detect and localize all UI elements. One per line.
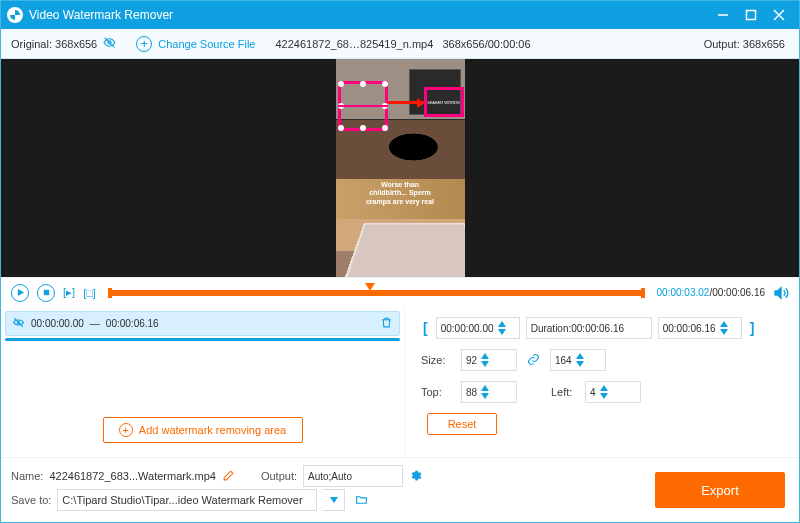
timeline-slider[interactable] bbox=[108, 290, 645, 296]
spinner-down-icon[interactable] bbox=[479, 392, 491, 400]
left-label: Left: bbox=[551, 386, 579, 398]
svg-marker-20 bbox=[481, 393, 489, 399]
close-button[interactable] bbox=[765, 1, 793, 29]
segment-end: 00:00:06.16 bbox=[106, 318, 159, 329]
spinner-up-icon[interactable] bbox=[598, 384, 610, 392]
svg-line-10 bbox=[14, 318, 23, 327]
open-folder-icon[interactable] bbox=[355, 493, 368, 508]
bracket-out-icon[interactable]: ] bbox=[748, 320, 757, 336]
video-preview[interactable]: LEAKED WORDS Worse than childbirth... Sp… bbox=[1, 59, 799, 277]
svg-marker-15 bbox=[481, 353, 489, 359]
svg-marker-17 bbox=[576, 353, 584, 359]
svg-marker-6 bbox=[17, 289, 23, 296]
saveto-path-field[interactable]: C:\Tipard Studio\Tipar...ideo Watermark … bbox=[57, 489, 317, 511]
export-button[interactable]: Export bbox=[655, 472, 785, 508]
svg-marker-14 bbox=[720, 329, 728, 335]
range-out-field[interactable]: 00:00:06.16 bbox=[658, 317, 742, 339]
spinner-up-icon[interactable] bbox=[718, 320, 730, 328]
app-title: Video Watermark Remover bbox=[29, 8, 173, 22]
svg-marker-8 bbox=[775, 287, 781, 298]
top-field[interactable]: 88 bbox=[461, 381, 517, 403]
app-logo-icon bbox=[7, 7, 23, 23]
preview-toggle-icon[interactable] bbox=[103, 36, 116, 51]
spinner-up-icon[interactable] bbox=[496, 320, 508, 328]
watermark-region-icon bbox=[12, 316, 25, 331]
change-source-button[interactable]: + Change Source File bbox=[126, 29, 265, 58]
output-dimensions: 368x656 bbox=[743, 38, 785, 50]
spinner-down-icon[interactable] bbox=[598, 392, 610, 400]
saveto-dropdown-button[interactable] bbox=[323, 489, 345, 511]
top-label: Top: bbox=[421, 386, 455, 398]
svg-marker-16 bbox=[481, 361, 489, 367]
reset-button[interactable]: Reset bbox=[427, 413, 497, 435]
left-field[interactable]: 4 bbox=[585, 381, 641, 403]
result-box: LEAKED WORDS bbox=[424, 87, 464, 117]
output-label: Output: bbox=[704, 38, 740, 50]
add-button-label: Add watermark removing area bbox=[139, 424, 286, 436]
spinner-up-icon[interactable] bbox=[479, 352, 491, 360]
video-frame: LEAKED WORDS Worse than childbirth... Sp… bbox=[336, 59, 465, 277]
output-settings-icon[interactable] bbox=[409, 469, 422, 484]
output-format-field[interactable]: Auto;Auto bbox=[303, 465, 403, 487]
svg-marker-22 bbox=[600, 393, 608, 399]
svg-marker-19 bbox=[481, 385, 489, 391]
range-start-handle[interactable] bbox=[108, 288, 112, 298]
size-width-field[interactable]: 92 bbox=[461, 349, 517, 371]
playhead-handle[interactable] bbox=[365, 283, 375, 296]
watermark-selection-box[interactable] bbox=[338, 81, 388, 131]
watermark-properties-panel: [ 00:00:00.00 Duration:00:00:06.16 00:00… bbox=[405, 307, 799, 457]
watermark-segment-item[interactable]: 00:00:00.00 — 00:00:06.16 bbox=[5, 311, 400, 336]
arrow-icon bbox=[388, 101, 424, 104]
original-label: Original: bbox=[11, 38, 52, 50]
video-caption: Worse than childbirth... Sperm cramps ar… bbox=[344, 181, 457, 206]
source-file-info: 422461872_68…825419_n.mp4 368x656/00:00:… bbox=[265, 29, 693, 58]
svg-marker-12 bbox=[498, 329, 506, 335]
mark-in-button[interactable]: [▸] bbox=[63, 284, 75, 302]
plus-icon: + bbox=[136, 36, 152, 52]
size-height-field[interactable]: 164 bbox=[550, 349, 606, 371]
spinner-down-icon[interactable] bbox=[496, 328, 508, 336]
bracket-in-icon[interactable]: [ bbox=[421, 320, 430, 336]
watermark-list-panel: 00:00:00.00 — 00:00:06.16 + Add watermar… bbox=[1, 307, 405, 457]
svg-rect-1 bbox=[747, 11, 756, 20]
spinner-down-icon[interactable] bbox=[479, 360, 491, 368]
spinner-up-icon[interactable] bbox=[574, 352, 586, 360]
svg-marker-23 bbox=[330, 497, 338, 503]
size-label: Size: bbox=[421, 354, 455, 366]
toolbar: Original: 368x656 + Change Source File 4… bbox=[1, 29, 799, 59]
maximize-button[interactable] bbox=[737, 1, 765, 29]
svg-marker-11 bbox=[498, 321, 506, 327]
link-aspect-icon[interactable] bbox=[527, 353, 540, 368]
spinner-down-icon[interactable] bbox=[718, 328, 730, 336]
output-filename: 422461872_683...Watermark.mp4 bbox=[49, 470, 216, 482]
title-bar: Video Watermark Remover bbox=[1, 1, 799, 29]
delete-segment-icon[interactable] bbox=[380, 316, 393, 331]
svg-rect-7 bbox=[43, 290, 48, 295]
source-meta: 368x656/00:00:06 bbox=[442, 38, 530, 50]
time-display: 00:00:03.02/00:00:06.16 bbox=[657, 287, 765, 298]
plus-icon: + bbox=[119, 423, 133, 437]
saveto-label: Save to: bbox=[11, 494, 51, 506]
svg-marker-21 bbox=[600, 385, 608, 391]
original-dimensions: 368x656 bbox=[55, 38, 97, 50]
stop-button[interactable] bbox=[37, 284, 55, 302]
output-format-label: Output: bbox=[261, 470, 297, 482]
add-watermark-area-button[interactable]: + Add watermark removing area bbox=[103, 417, 303, 443]
play-button[interactable] bbox=[11, 284, 29, 302]
range-end-handle[interactable] bbox=[641, 288, 645, 298]
playback-controls: [▸] [□] 00:00:03.02/00:00:06.16 bbox=[1, 277, 799, 307]
segment-start: 00:00:00.00 bbox=[31, 318, 84, 329]
volume-icon[interactable] bbox=[773, 285, 789, 301]
svg-marker-13 bbox=[720, 321, 728, 327]
spinner-up-icon[interactable] bbox=[479, 384, 491, 392]
range-in-field[interactable]: 00:00:00.00 bbox=[436, 317, 520, 339]
source-filename: 422461872_68…825419_n.mp4 bbox=[275, 38, 433, 50]
name-label: Name: bbox=[11, 470, 43, 482]
change-source-label: Change Source File bbox=[158, 38, 255, 50]
spinner-down-icon[interactable] bbox=[574, 360, 586, 368]
svg-marker-18 bbox=[576, 361, 584, 367]
edit-name-icon[interactable] bbox=[222, 469, 235, 484]
minimize-button[interactable] bbox=[709, 1, 737, 29]
duration-field[interactable]: Duration:00:00:06.16 bbox=[526, 317, 652, 339]
mark-out-button[interactable]: [□] bbox=[83, 284, 96, 302]
